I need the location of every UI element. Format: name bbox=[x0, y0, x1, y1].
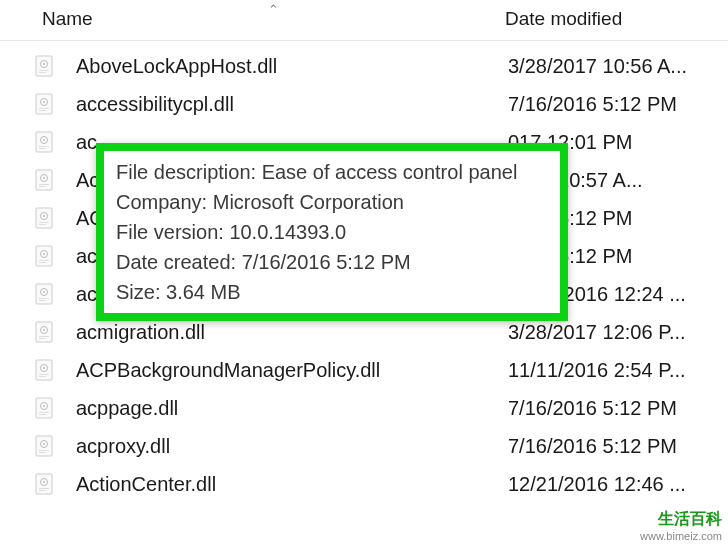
svg-point-37 bbox=[43, 329, 45, 331]
tooltip-date-created: Date created: 7/16/2016 5:12 PM bbox=[116, 247, 548, 277]
tooltip-file-description: File description: Ease of access control… bbox=[116, 157, 548, 187]
svg-point-17 bbox=[43, 177, 45, 179]
file-row[interactable]: acppage.dll 7/16/2016 5:12 PM bbox=[0, 389, 728, 427]
svg-rect-53 bbox=[39, 450, 49, 451]
file-name: accessibilitycpl.dll bbox=[76, 93, 508, 116]
svg-point-2 bbox=[43, 63, 45, 65]
svg-rect-48 bbox=[39, 412, 49, 413]
file-name: acmigration.dll bbox=[76, 321, 508, 344]
file-date: 7/16/2016 5:12 PM bbox=[508, 93, 677, 116]
dll-file-icon bbox=[34, 207, 56, 229]
file-name: acproxy.dll bbox=[76, 435, 508, 458]
svg-rect-59 bbox=[39, 490, 46, 491]
file-date: 7/16/2016 5:12 PM bbox=[508, 435, 677, 458]
watermark-cn: 生活百科 bbox=[640, 509, 722, 530]
column-header-name[interactable]: Name ⌃ bbox=[0, 8, 505, 30]
tooltip-size: Size: 3.64 MB bbox=[116, 277, 548, 307]
svg-rect-14 bbox=[39, 148, 46, 149]
file-row[interactable]: accessibilitycpl.dll 7/16/2016 5:12 PM bbox=[0, 85, 728, 123]
tooltip-company: Company: Microsoft Corporation bbox=[116, 187, 548, 217]
dll-file-icon bbox=[34, 245, 56, 267]
file-row[interactable]: AboveLockAppHost.dll 3/28/2017 10:56 A..… bbox=[0, 47, 728, 85]
watermark-url: www.bimeiz.com bbox=[640, 530, 722, 542]
file-row[interactable]: ACPBackgroundManagerPolicy.dll 11/11/201… bbox=[0, 351, 728, 389]
column-header-date-label: Date modified bbox=[505, 8, 622, 29]
svg-rect-49 bbox=[39, 414, 46, 415]
dll-file-icon bbox=[34, 131, 56, 153]
svg-rect-43 bbox=[39, 374, 49, 375]
dll-file-icon bbox=[34, 55, 56, 77]
column-header-row: Name ⌃ Date modified bbox=[0, 0, 728, 41]
dll-file-icon bbox=[34, 93, 56, 115]
watermark: 生活百科 www.bimeiz.com bbox=[640, 509, 722, 542]
svg-rect-54 bbox=[39, 452, 46, 453]
svg-point-47 bbox=[43, 405, 45, 407]
svg-rect-29 bbox=[39, 262, 46, 263]
file-name: acppage.dll bbox=[76, 397, 508, 420]
svg-rect-9 bbox=[39, 110, 46, 111]
svg-point-32 bbox=[43, 291, 45, 293]
svg-rect-24 bbox=[39, 224, 46, 225]
file-date: 3/28/2017 12:06 P... bbox=[508, 321, 686, 344]
svg-rect-39 bbox=[39, 338, 46, 339]
column-header-name-label: Name bbox=[42, 8, 93, 29]
svg-rect-38 bbox=[39, 336, 49, 337]
svg-point-7 bbox=[43, 101, 45, 103]
svg-point-52 bbox=[43, 443, 45, 445]
column-header-date[interactable]: Date modified bbox=[505, 8, 622, 30]
svg-point-22 bbox=[43, 215, 45, 217]
svg-rect-44 bbox=[39, 376, 46, 377]
file-row[interactable]: ActionCenter.dll 12/21/2016 12:46 ... bbox=[0, 465, 728, 503]
dll-file-icon bbox=[34, 473, 56, 495]
file-name: AboveLockAppHost.dll bbox=[76, 55, 508, 78]
file-name: ACPBackgroundManagerPolicy.dll bbox=[76, 359, 508, 382]
dll-file-icon bbox=[34, 359, 56, 381]
dll-file-icon bbox=[34, 397, 56, 419]
svg-rect-58 bbox=[39, 488, 49, 489]
file-properties-tooltip: File description: Ease of access control… bbox=[96, 143, 568, 321]
svg-point-57 bbox=[43, 481, 45, 483]
sort-ascending-icon: ⌃ bbox=[268, 2, 279, 17]
dll-file-icon bbox=[34, 169, 56, 191]
svg-point-27 bbox=[43, 253, 45, 255]
file-row[interactable]: acproxy.dll 7/16/2016 5:12 PM bbox=[0, 427, 728, 465]
svg-rect-13 bbox=[39, 146, 49, 147]
svg-rect-19 bbox=[39, 186, 46, 187]
svg-point-12 bbox=[43, 139, 45, 141]
svg-rect-23 bbox=[39, 222, 49, 223]
svg-point-42 bbox=[43, 367, 45, 369]
svg-rect-3 bbox=[39, 70, 49, 71]
tooltip-file-version: File version: 10.0.14393.0 bbox=[116, 217, 548, 247]
dll-file-icon bbox=[34, 283, 56, 305]
file-date: 7/16/2016 5:12 PM bbox=[508, 397, 677, 420]
svg-rect-8 bbox=[39, 108, 49, 109]
svg-rect-33 bbox=[39, 298, 49, 299]
file-date: 12/21/2016 12:46 ... bbox=[508, 473, 686, 496]
svg-rect-18 bbox=[39, 184, 49, 185]
file-date: 11/11/2016 2:54 P... bbox=[508, 359, 686, 382]
file-date: 3/28/2017 10:56 A... bbox=[508, 55, 687, 78]
dll-file-icon bbox=[34, 435, 56, 457]
file-name: ActionCenter.dll bbox=[76, 473, 508, 496]
dll-file-icon bbox=[34, 321, 56, 343]
svg-rect-28 bbox=[39, 260, 49, 261]
svg-rect-4 bbox=[39, 72, 46, 73]
svg-rect-34 bbox=[39, 300, 46, 301]
